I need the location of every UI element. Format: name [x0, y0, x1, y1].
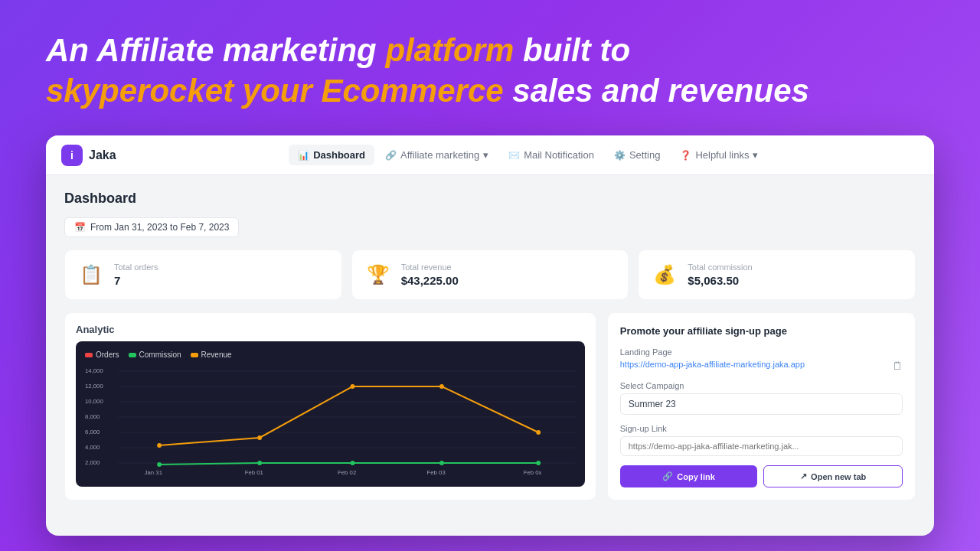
svg-point-15	[257, 435, 262, 440]
chart-title: Analytic	[76, 324, 585, 335]
copy-url-icon[interactable]: 🗒	[892, 360, 903, 372]
svg-point-22	[439, 461, 444, 465]
select-campaign-label: Select Campaign	[620, 381, 903, 390]
svg-point-21	[351, 461, 355, 465]
gear-icon: ⚙️	[614, 150, 626, 161]
nav-item-helpful-links[interactable]: ❓ Helpful links ▾	[671, 145, 767, 165]
analytics-card: Analytic Orders Commission R	[64, 312, 596, 500]
orders-icon: 📋	[77, 261, 105, 289]
landing-page-link[interactable]: https://demo-app-jaka-affiliate-marketin…	[620, 360, 805, 369]
nav-item-label: Affiliate marketing	[400, 149, 479, 161]
nav-item-label: Dashboard	[313, 149, 365, 161]
mail-icon: ✉️	[508, 150, 520, 161]
stat-label: Total orders	[114, 262, 158, 272]
svg-text:6,000: 6,000	[85, 429, 100, 435]
stat-card-orders: 📋 Total orders 7	[64, 249, 342, 300]
date-range-text: From Jan 31, 2023 to Feb 7, 2023	[90, 222, 229, 233]
svg-text:Jan 31: Jan 31	[145, 469, 162, 476]
svg-text:Feb 0x: Feb 0x	[524, 469, 542, 476]
copy-icon: 🔗	[662, 471, 673, 481]
open-tab-label: Open new tab	[811, 472, 866, 481]
svg-point-19	[157, 462, 162, 467]
nav-item-mail[interactable]: ✉️ Mail Notification	[499, 145, 603, 165]
stat-info: Total revenue $43,225.00	[401, 262, 459, 287]
chevron-down-icon: ▾	[483, 149, 488, 161]
calendar-icon: 📅	[74, 222, 86, 233]
stat-label: Total revenue	[401, 262, 459, 272]
main-content: Dashboard 📅 From Jan 31, 2023 to Feb 7, …	[46, 175, 934, 536]
help-icon: ❓	[680, 150, 691, 161]
landing-page-url: https://demo-app-jaka-affiliate-marketin…	[620, 360, 903, 372]
date-range-badge: 📅 From Jan 31, 2023 to Feb 7, 2023	[64, 217, 239, 237]
stat-value: 7	[114, 274, 158, 287]
action-buttons: 🔗 Copy link ↗ Open new tab	[620, 465, 903, 487]
svg-point-16	[351, 384, 355, 389]
stat-value: $5,063.50	[688, 274, 752, 287]
signup-link-input[interactable]	[620, 436, 903, 456]
commission-icon: 💰	[651, 261, 678, 289]
svg-point-14	[157, 443, 162, 448]
app-window: i Jaka 📊 Dashboard 🔗 Affiliate marketing…	[46, 135, 934, 536]
svg-text:12,000: 12,000	[85, 383, 103, 390]
svg-text:Feb 03: Feb 03	[427, 469, 446, 476]
nav-items: 📊 Dashboard 🔗 Affiliate marketing ▾ ✉️ M…	[138, 145, 919, 165]
stats-row: 📋 Total orders 7 🏆 Total revenue $43,225…	[64, 249, 916, 300]
svg-text:8,000: 8,000	[85, 413, 100, 420]
external-link-icon: ↗	[800, 471, 807, 481]
stat-value: $43,225.00	[401, 274, 459, 287]
chevron-down-icon: ▾	[753, 149, 758, 161]
campaign-select[interactable]: Summer 23	[620, 393, 903, 415]
nav-item-label: Setting	[629, 149, 660, 161]
open-new-tab-button[interactable]: ↗ Open new tab	[763, 465, 903, 487]
svg-text:10,000: 10,000	[85, 398, 103, 405]
logo-icon: i	[61, 145, 83, 166]
svg-point-23	[536, 461, 541, 465]
logo: i Jaka	[61, 145, 116, 166]
promote-card: Promote your affiliate sign-up page Land…	[607, 312, 916, 500]
svg-text:2,000: 2,000	[85, 459, 100, 466]
legend-revenue: Revenue	[191, 350, 232, 359]
legend-orders: Orders	[85, 350, 119, 359]
line-chart: 14,000 12,000 10,000 8,000 6,000 4,000 2…	[85, 365, 576, 476]
svg-point-18	[536, 430, 541, 435]
svg-point-20	[257, 461, 262, 465]
svg-text:Feb 02: Feb 02	[338, 469, 356, 476]
hero-line2: skyperocket your Ecommerce sales and rev…	[46, 73, 809, 109]
landing-page-label: Landing Page	[620, 347, 903, 357]
hero-line1: An Affiliate marketing platform built to	[46, 32, 630, 68]
nav-item-label: Mail Notification	[524, 149, 594, 161]
nav-item-label: Helpful links	[695, 149, 749, 161]
affiliate-icon: 🔗	[385, 150, 397, 161]
copy-link-label: Copy link	[677, 472, 715, 481]
copy-link-button[interactable]: 🔗 Copy link	[620, 465, 758, 487]
chart-legend: Orders Commission Revenue	[85, 350, 576, 359]
revenue-icon: 🏆	[364, 261, 392, 289]
bottom-row: Analytic Orders Commission R	[64, 312, 916, 500]
svg-text:Feb 01: Feb 01	[245, 469, 263, 476]
stat-info: Total orders 7	[114, 262, 158, 287]
nav-item-affiliate[interactable]: 🔗 Affiliate marketing ▾	[376, 145, 498, 165]
navigation: i Jaka 📊 Dashboard 🔗 Affiliate marketing…	[46, 135, 934, 175]
nav-item-dashboard[interactable]: 📊 Dashboard	[289, 145, 374, 165]
stat-card-commission: 💰 Total commission $5,063.50	[638, 249, 916, 300]
legend-commission: Commission	[129, 350, 181, 359]
dashboard-icon: 📊	[298, 150, 309, 161]
promote-title: Promote your affiliate sign-up page	[620, 325, 903, 337]
signup-link-label: Sign-up Link	[620, 424, 903, 433]
nav-item-setting[interactable]: ⚙️ Setting	[605, 145, 669, 165]
stat-label: Total commission	[688, 262, 752, 272]
hero-section: An Affiliate marketing platform built to…	[46, 31, 934, 111]
orders-legend-dot	[85, 353, 93, 357]
stat-card-revenue: 🏆 Total revenue $43,225.00	[351, 249, 629, 300]
revenue-legend-dot	[191, 353, 198, 357]
svg-text:4,000: 4,000	[85, 444, 100, 451]
chart-container: Orders Commission Revenue 14,0	[76, 341, 585, 487]
logo-name: Jaka	[89, 148, 116, 162]
page-title: Dashboard	[64, 191, 916, 207]
svg-text:14,000: 14,000	[85, 367, 103, 374]
svg-point-17	[439, 384, 444, 389]
commission-legend-dot	[129, 353, 136, 357]
stat-info: Total commission $5,063.50	[688, 262, 752, 287]
